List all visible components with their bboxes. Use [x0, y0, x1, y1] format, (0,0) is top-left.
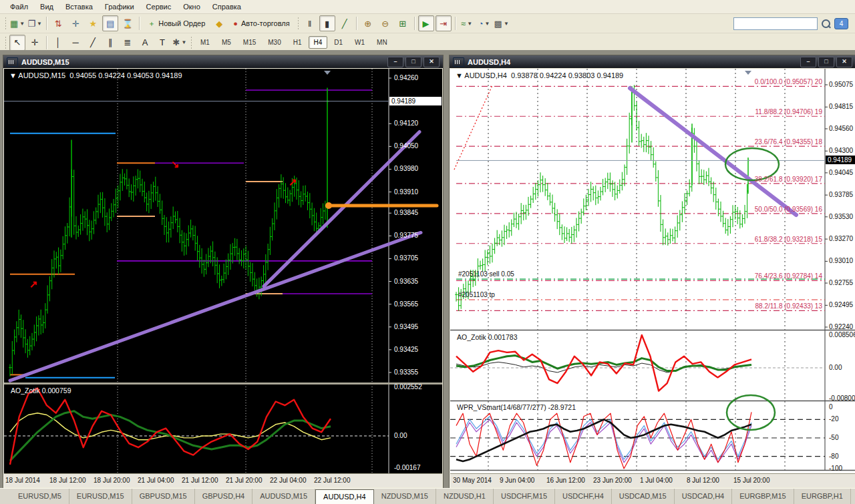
auto-scroll-button[interactable]: ▶: [418, 15, 434, 31]
price-tick: 0.93775: [394, 232, 418, 239]
window-titlebar[interactable]: AUDUSD,M15 –□✕: [3, 55, 443, 68]
fibonacci-tool-icon: ≣: [124, 37, 132, 47]
tab-USDCHF-M15[interactable]: USDCHF,M15: [494, 489, 555, 504]
time-tick: 16 Jun 12:00: [546, 477, 585, 484]
indicators-button[interactable]: ≈▼: [459, 15, 475, 31]
timeframe-W1[interactable]: W1: [349, 36, 370, 49]
tab-EURUSD-M15[interactable]: EURUSD,M15: [69, 489, 132, 504]
menu-Сервис[interactable]: Сервис: [140, 1, 178, 13]
new-order-button[interactable]: ＋Новый Ордер: [143, 15, 210, 31]
text-label-tool-button[interactable]: T: [154, 35, 170, 51]
zoom-in-button[interactable]: ⊕: [360, 15, 376, 31]
indicator-label-wpr: WPR_VSmart(14/68/77/277) -28.9721: [457, 403, 576, 411]
periods-button[interactable]: ◔▼: [476, 15, 492, 31]
search-input[interactable]: [733, 17, 818, 30]
tab-GBPUSD-M15[interactable]: GBPUSD,M15: [132, 489, 195, 504]
timeframe-H4[interactable]: H4: [309, 36, 328, 49]
timeframe-M15[interactable]: M15: [238, 36, 261, 49]
terminal-icon: ▤: [106, 19, 114, 29]
chart-shift-button[interactable]: ⇥: [436, 15, 452, 31]
minimize-button[interactable]: –: [800, 57, 816, 67]
order-sell-label: #2051103 sell 0.05: [458, 270, 514, 278]
timeframe-H1[interactable]: H1: [288, 36, 307, 49]
line-chart-mode-button[interactable]: ╱: [337, 15, 353, 31]
navigator-button[interactable]: ★: [85, 15, 101, 31]
timeframe-MN[interactable]: MN: [371, 36, 393, 49]
data-window-button[interactable]: ✛: [67, 15, 83, 31]
horizontal-line-tool-button[interactable]: ─: [67, 35, 83, 51]
metaeditor-button[interactable]: ◆: [211, 15, 227, 31]
toolbar-separator: [356, 17, 357, 30]
channel-tool-icon: ∥: [108, 37, 113, 47]
timeframe-M5[interactable]: M5: [216, 36, 236, 49]
menu-Окно[interactable]: Окно: [177, 1, 206, 13]
chat-badge[interactable]: 4: [834, 18, 848, 29]
channel-tool-button[interactable]: ∥: [102, 35, 118, 51]
timeframe-M30[interactable]: M30: [263, 36, 286, 49]
fibonacci-tool-button[interactable]: ≣: [120, 35, 136, 51]
tile-windows-icon: ⊞: [399, 19, 406, 29]
new-chart-button[interactable]: ▦▼: [9, 15, 25, 31]
tab-EURGBP-M15[interactable]: EURGBP,M15: [732, 489, 794, 504]
tab-EURGBP-H1[interactable]: EURGBP,H1: [794, 489, 851, 504]
cursor-tool-button[interactable]: ↖: [9, 35, 25, 51]
vertical-line-tool-button[interactable]: │: [50, 35, 66, 51]
indicators-icon: ≈: [461, 19, 466, 29]
tab-AUDUSD-M15[interactable]: AUDUSD,M15: [252, 489, 315, 504]
menu-Файл[interactable]: Файл: [4, 1, 34, 13]
templates-button[interactable]: ▩▼: [494, 15, 510, 31]
tab-GBPUSD-H4[interactable]: GBPUSD,H4: [195, 489, 253, 504]
chart-info-line: ▼ AUDUSD,H4 0.93878 0.94224 0.93803 0.94…: [456, 71, 623, 79]
line-chart-mode-icon: ╱: [342, 19, 347, 29]
close-button[interactable]: ✕: [423, 57, 440, 67]
menu-Вставка[interactable]: Вставка: [59, 1, 99, 13]
tab-USDCAD-H4[interactable]: USDCAD,H4: [675, 489, 733, 504]
time-tick: 22 Jul 12:00: [314, 477, 351, 484]
tab-USDJPY-M15[interactable]: USDJPY,M15: [851, 489, 855, 504]
tile-windows-button[interactable]: ⊞: [395, 15, 411, 31]
arrows-tool-button[interactable]: ✱▼: [172, 35, 188, 51]
tab-AUDUSD-H4[interactable]: AUDUSD,H4: [315, 489, 374, 504]
time-tick: 21 Jul 20:00: [226, 477, 263, 484]
price-tick: -0.00800: [829, 395, 855, 402]
candlestick-mode-button[interactable]: ▮: [319, 15, 335, 31]
fibonacci-level-label: 0.0/100.0 (0.95057) 20: [755, 78, 822, 85]
timeframe-D1[interactable]: D1: [329, 36, 348, 49]
tab-EURUSD-M5[interactable]: EURUSD,M5: [11, 489, 69, 504]
price-tick: 0.002552: [394, 383, 422, 391]
market-watch-button[interactable]: ⇅: [50, 15, 66, 31]
search-icon[interactable]: [822, 19, 830, 28]
chart-tab-bar: EURUSD,M5EURUSD,M15GBPUSD,M15GBPUSD,H4AU…: [0, 488, 855, 504]
close-button[interactable]: ✕: [836, 57, 852, 67]
bar-chart-mode-button[interactable]: ‖: [302, 15, 318, 31]
chart-profiles-button[interactable]: ❐▼: [27, 15, 43, 31]
fibonacci-level-label: 61.8/38.2 (0.93218) 15: [755, 236, 822, 243]
trendline-tool-button[interactable]: ╱: [85, 35, 101, 51]
window-titlebar[interactable]: AUDUSD,H4 –□✕: [450, 55, 855, 68]
mdi-workspace: AUDUSD,M15 –□✕ ↗↘↗ ▼ AUDUSD,M15 0.94055 …: [0, 50, 855, 488]
crosshair-tool-button[interactable]: ✛: [27, 35, 43, 51]
strategy-tester-icon: ⌛: [122, 19, 133, 29]
tab-NZDUSD-H1[interactable]: NZDUSD,H1: [436, 489, 494, 504]
text-tool-button[interactable]: A: [137, 35, 153, 51]
tab-NZDUSD-M15[interactable]: NZDUSD,M15: [374, 489, 436, 504]
chart-area-audusd-h4[interactable]: ▼ AUDUSD,H4 0.93878 0.94224 0.93803 0.94…: [450, 69, 855, 487]
time-tick: 18 Jul 12:00: [49, 477, 86, 484]
chart-area-audusd-m15[interactable]: ↗↘↗ ▼ AUDUSD,M15 0.94055 0.94224 0.94053…: [4, 69, 442, 487]
price-tick: 0.92495: [829, 301, 853, 308]
restore-button[interactable]: □: [818, 57, 834, 67]
terminal-button[interactable]: ▤: [102, 15, 118, 31]
tab-USDCAD-M15[interactable]: USDCAD,M15: [612, 489, 675, 504]
autotrading-button[interactable]: ●Авто-торговля: [228, 15, 294, 31]
restore-button[interactable]: □: [405, 57, 421, 67]
timeframe-M1[interactable]: M1: [195, 36, 215, 49]
zoom-out-button[interactable]: ⊖: [377, 15, 393, 31]
tab-USDCHF-H4[interactable]: USDCHF,H4: [555, 489, 612, 504]
strategy-tester-button[interactable]: ⌛: [120, 15, 136, 31]
minimize-button[interactable]: –: [387, 57, 403, 67]
time-axis[interactable]: 18 Jul 201418 Jul 12:0018 Jul 20:0021 Ju…: [4, 473, 442, 487]
menu-Справка[interactable]: Справка: [206, 1, 247, 13]
menu-Вид[interactable]: Вид: [34, 1, 59, 13]
menu-Графики[interactable]: Графики: [99, 1, 140, 13]
time-axis[interactable]: 30 May 20149 Jun 04:0016 Jun 12:0023 Jun…: [450, 473, 855, 487]
